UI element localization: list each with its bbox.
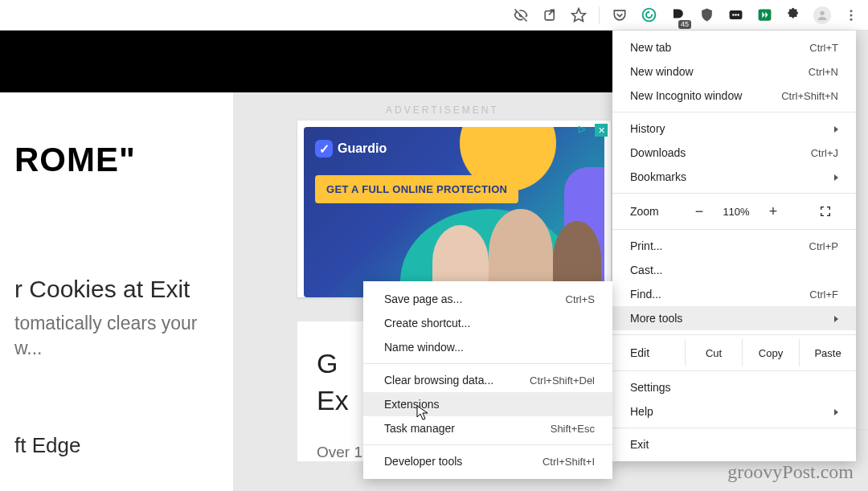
svg-point-8	[820, 10, 824, 14]
menu-bookmarks[interactable]: Bookmarks	[612, 165, 856, 189]
extension-badge: 45	[678, 20, 691, 29]
svg-point-10	[850, 14, 853, 16]
star-icon[interactable]	[568, 5, 589, 26]
eye-off-icon[interactable]	[510, 5, 531, 26]
menu-new-window[interactable]: New windowCtrl+N	[612, 59, 856, 84]
edit-cut-button[interactable]: Cut	[685, 339, 742, 366]
ad-close-icon[interactable]: ✕	[595, 124, 608, 137]
menu-cast[interactable]: Cast...	[612, 258, 856, 282]
chevron-right-icon	[834, 405, 838, 418]
submenu-name-window[interactable]: Name window...	[363, 335, 612, 359]
menu-downloads[interactable]: DownloadsCtrl+J	[612, 141, 856, 165]
section-title: r Cookies at Exit	[14, 276, 219, 303]
section-description: tomatically clears yourw...	[14, 311, 219, 361]
menu-help[interactable]: Help	[612, 399, 856, 423]
edit-copy-button[interactable]: Copy	[742, 339, 799, 366]
submenu-dev-tools[interactable]: Developer toolsCtrl+Shift+I	[363, 449, 612, 473]
edit-paste-button[interactable]: Paste	[799, 339, 856, 366]
svg-point-9	[850, 10, 853, 12]
svg-point-2	[642, 9, 655, 22]
svg-point-5	[735, 14, 737, 16]
menu-more-tools[interactable]: More tools	[612, 306, 856, 330]
menu-find[interactable]: Find...Ctrl+F	[612, 282, 856, 306]
menu-zoom-row: Zoom − 110% +	[612, 198, 856, 225]
chevron-right-icon	[834, 170, 838, 183]
toolbar-separator	[599, 6, 600, 24]
svg-point-6	[737, 14, 739, 16]
watermark: groovyPost.com	[727, 461, 854, 483]
ad-info-icon[interactable]: ▷	[579, 124, 592, 137]
svg-marker-1	[572, 8, 586, 21]
pocket-icon[interactable]	[609, 5, 630, 26]
menu-new-incognito[interactable]: New Incognito windowCtrl+Shift+N	[612, 84, 856, 108]
page-header-band	[0, 31, 619, 92]
zoom-plus-button[interactable]: +	[759, 203, 788, 220]
ad-brand: ✓ Guardio	[315, 140, 387, 158]
menu-new-tab[interactable]: New tabCtrl+T	[612, 35, 856, 59]
menu-edit-row: Edit Cut Copy Paste	[612, 339, 856, 366]
menu-settings[interactable]: Settings	[612, 375, 856, 399]
puzzle-icon[interactable]	[783, 5, 804, 26]
menu-print[interactable]: Print...Ctrl+P	[612, 234, 856, 258]
profile-avatar[interactable]	[812, 5, 833, 26]
submenu-clear-data[interactable]: Clear browsing data...Ctrl+Shift+Del	[363, 368, 612, 392]
page-heading-fragment: ROME"	[14, 141, 219, 179]
shield-icon: ✓	[315, 140, 333, 158]
extension-play-icon[interactable]	[754, 5, 775, 26]
chevron-right-icon	[834, 312, 838, 325]
more-tools-submenu: Save page as...Ctrl+S Create shortcut...…	[363, 281, 612, 479]
ad-label: ADVERTISEMENT	[386, 104, 499, 116]
ad-cta-button[interactable]: GET A FULL ONLINE PROTECTION	[315, 175, 518, 203]
svg-rect-0	[545, 11, 554, 20]
ublock-icon[interactable]	[696, 5, 717, 26]
submenu-task-manager[interactable]: Task managerShift+Esc	[363, 416, 612, 440]
page-left-column: ROME" r Cookies at Exit tomatically clea…	[0, 92, 233, 491]
grammarly-icon[interactable]	[638, 5, 659, 26]
menu-exit[interactable]: Exit	[612, 432, 856, 456]
zoom-minus-button[interactable]: −	[685, 203, 714, 220]
fullscreen-icon[interactable]	[819, 205, 856, 218]
ad-banner[interactable]: ✓ Guardio GET A FULL ONLINE PROTECTION ▷…	[297, 121, 611, 297]
submenu-save-page[interactable]: Save page as...Ctrl+S	[363, 287, 612, 311]
edge-heading-fragment: ft Edge	[14, 433, 219, 458]
chevron-right-icon	[834, 122, 838, 135]
svg-point-4	[732, 14, 735, 16]
zoom-value: 110%	[714, 206, 759, 218]
kebab-menu-icon[interactable]	[841, 5, 862, 26]
submenu-extensions[interactable]: Extensions	[363, 392, 612, 416]
chrome-main-menu: New tabCtrl+T New windowCtrl+N New Incog…	[612, 31, 856, 461]
browser-toolbar: 45	[0, 0, 868, 31]
submenu-create-shortcut[interactable]: Create shortcut...	[363, 311, 612, 335]
svg-point-11	[850, 18, 853, 20]
menu-history[interactable]: History	[612, 117, 856, 141]
share-icon[interactable]	[539, 5, 560, 26]
extension-dots-icon[interactable]	[725, 5, 746, 26]
extension-d-icon[interactable]: 45	[667, 5, 688, 26]
